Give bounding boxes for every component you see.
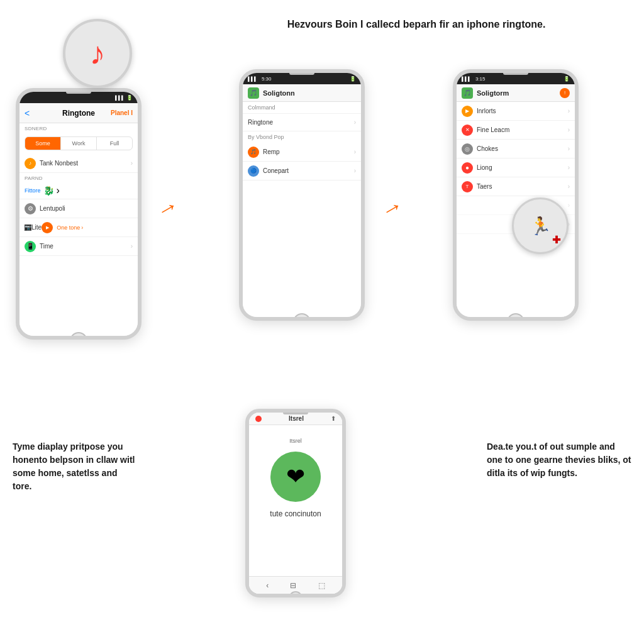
- segment-control: Some Work Full: [25, 136, 133, 150]
- status-bar-3: ▌▌▌ 3:15 🔋: [457, 73, 575, 84]
- chokes-icon: ◎: [462, 143, 473, 155]
- app-title-3: Soligtorm: [477, 89, 509, 97]
- arrow-2: →: [375, 191, 408, 225]
- bottom-left-description: Tyme diaplay pritpose you honento belpso…: [13, 440, 138, 493]
- app-icon-2: 🎵: [248, 87, 259, 99]
- time-label: Time: [40, 243, 53, 250]
- lentupoli-label: Lentupoli: [40, 205, 65, 212]
- extra1-chevron: ›: [568, 202, 570, 209]
- list-item-inrlorts[interactable]: ▶ Inrlorts ›: [457, 102, 575, 121]
- list-item-remp[interactable]: 🎵 Remp ›: [243, 143, 361, 162]
- filter-icon: 🐉: [43, 186, 54, 196]
- status-signal-3: ▌▌▌: [462, 77, 471, 81]
- section-sdnerd: Sdnerd: [19, 123, 138, 133]
- heart-button[interactable]: ❤: [270, 452, 321, 502]
- phone4-label: tute concinuton: [270, 509, 321, 518]
- inrlorts-chevron: ›: [568, 108, 570, 114]
- nav-back-icon[interactable]: ‹: [266, 581, 269, 590]
- magnify-music-circle: ♪: [63, 19, 132, 88]
- nav-right-label[interactable]: Planel I: [111, 109, 133, 116]
- status-signal: ▌▌▌: [115, 96, 125, 100]
- phone4-status-icon: ⬆: [331, 415, 336, 422]
- taers-label: Taers: [477, 183, 492, 190]
- time-chevron: ›: [131, 243, 133, 250]
- app-icon-3: 🎵: [462, 87, 473, 99]
- list-item-conepart[interactable]: 🔵 Conepart ›: [243, 162, 361, 180]
- phone-2: ▌▌▌ 5:30 🔋 🎵 Soligtonn Colmmand Ringtone…: [239, 69, 365, 321]
- heart-icon: ❤: [286, 464, 305, 490]
- section-parnd: Parnd: [19, 173, 138, 182]
- phone-3: ▌▌▌ 3:15 🔋 🎵 Soligtorm ! ▶ Inrlorts › ✕ …: [453, 69, 579, 321]
- inrlorts-icon: ▶: [462, 106, 473, 117]
- one-tone-label: One tone: [57, 225, 80, 231]
- fineleacm-label: Fine Leacm: [477, 126, 509, 133]
- list-item-liong[interactable]: ● Liong ›: [457, 158, 575, 177]
- tank-label: Tank Nonbest: [40, 160, 78, 167]
- phone4-header: Itsrel ⬆: [249, 413, 342, 425]
- filter-select[interactable]: Fittore: [25, 187, 41, 194]
- app-header-2: 🎵 Soligtonn: [243, 84, 361, 102]
- liong-chevron: ›: [568, 164, 570, 171]
- segment-some[interactable]: Some: [25, 137, 61, 150]
- inrlorts-label: Inrlorts: [477, 108, 496, 114]
- taers-chevron: ›: [568, 183, 570, 190]
- lite-label: Lite: [31, 224, 42, 231]
- status-battery: 🔋: [126, 95, 133, 101]
- list-item-time[interactable]: 📱 Time ›: [19, 237, 138, 256]
- nav-square-icon[interactable]: ⬚: [318, 581, 325, 590]
- status-signal-2: ▌▌▌: [248, 77, 257, 81]
- fineleacm-icon: ✕: [462, 125, 473, 136]
- tank-icon: ♪: [25, 158, 36, 169]
- tone-arrow: ›: [81, 225, 83, 231]
- command-chevron: ›: [354, 119, 356, 126]
- filter-chevron: ›: [57, 185, 60, 196]
- status-battery-3: 🔋: [564, 76, 570, 82]
- phone4-content: Itsrel ❤ tute concinuton: [249, 425, 342, 531]
- remp-chevron: ›: [354, 148, 356, 155]
- phone4-header-text: Itsrel: [289, 438, 302, 444]
- vendor-section: By Vbond Pop: [243, 131, 361, 143]
- liong-label: Liong: [477, 164, 492, 171]
- liong-icon: ●: [462, 162, 473, 174]
- list-item-lentupoli[interactable]: ⚙ Lentupoli: [19, 199, 138, 218]
- list-item-taers[interactable]: T Taers ›: [457, 177, 575, 196]
- phone-1: ▌▌▌ 🔋 < Ringtone Planel I Sdnerd Some Wo…: [16, 88, 142, 340]
- status-time-2: 5:30: [262, 76, 272, 82]
- nav-bar-1: < Ringtone Planel I: [19, 103, 138, 123]
- nav-home-icon[interactable]: ⊟: [290, 581, 296, 590]
- time-icon: 📱: [25, 241, 36, 252]
- command-ringtone[interactable]: Ringtone ›: [243, 114, 361, 131]
- tone-row-lite[interactable]: 📷 Lite One tone ›: [19, 218, 138, 237]
- arrow-1: →: [151, 191, 184, 225]
- remp-label: Remp: [263, 148, 280, 155]
- nav-title-1: Ringtone: [62, 109, 95, 118]
- conepart-chevron: ›: [354, 167, 356, 174]
- app-title-2: Soligtonn: [263, 89, 295, 97]
- status-bar-1: ▌▌▌ 🔋: [19, 92, 138, 103]
- lentupoli-icon: ⚙: [25, 203, 36, 214]
- command-ringtone-label: Ringtone: [248, 119, 273, 126]
- filter-row: Fittore 🐉 ›: [19, 182, 138, 199]
- app-header-3: 🎵 Soligtorm !: [457, 84, 575, 102]
- conepart-icon: 🔵: [248, 165, 259, 177]
- play-button[interactable]: [42, 222, 53, 233]
- phone-4: Itsrel ⬆ Itsrel ❤ tute concinuton ‹ ⊟ ⬚: [245, 409, 346, 597]
- chokes-chevron: ›: [568, 145, 570, 152]
- chevron-icon: ›: [131, 160, 133, 167]
- conepart-label: Conepart: [263, 167, 289, 174]
- segment-full[interactable]: Full: [97, 137, 132, 150]
- status-battery-2: 🔋: [350, 76, 356, 82]
- chokes-label: Chokes: [477, 145, 498, 152]
- back-button[interactable]: <: [25, 108, 30, 118]
- phone4-header-label: Itsrel: [289, 415, 304, 422]
- magnify-circle-3: 🏃 ✚: [512, 197, 569, 254]
- music-icon: ♪: [90, 35, 106, 72]
- list-item-tank[interactable]: ♪ Tank Nonbest ›: [19, 154, 138, 173]
- segment-work[interactable]: Work: [61, 137, 97, 150]
- remp-icon: 🎵: [248, 147, 259, 158]
- fineleacm-chevron: ›: [568, 126, 570, 133]
- app-badge: !: [560, 88, 570, 98]
- header-description: Hezvours Boin I callecd beparh fir an ip…: [201, 19, 631, 30]
- list-item-chokes[interactable]: ◎ Chokes ›: [457, 140, 575, 158]
- list-item-fineleacm[interactable]: ✕ Fine Leacm ›: [457, 121, 575, 140]
